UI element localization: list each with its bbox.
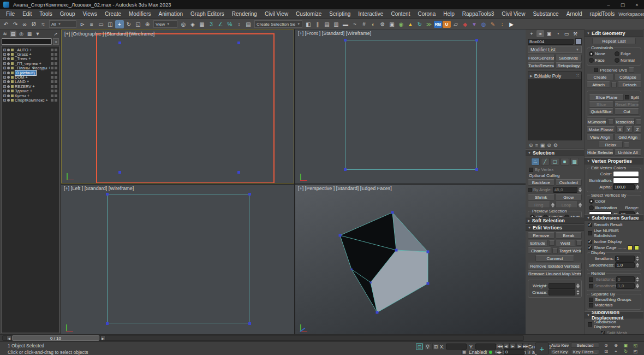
rollout-header-soft-selection[interactable]: ▶Soft Selection [526, 217, 584, 224]
sort-by-layer-icon[interactable]: ▤ [10, 31, 16, 37]
floorgenerator-button[interactable]: FloorGenerator [528, 55, 554, 61]
layer-toggle-icons[interactable] [51, 57, 57, 60]
maximize-button[interactable]: ▢ [616, 0, 630, 9]
menu-help-16[interactable]: Help [439, 11, 458, 17]
layer-row-здание[interactable]: Здание + [2, 89, 58, 93]
key-set-dropdown[interactable]: Selected [571, 342, 599, 348]
display-materials-icon[interactable]: ▦ [26, 31, 33, 37]
go-to-end-icon[interactable]: ▶▶| [523, 343, 529, 348]
by-angle-checkbox[interactable] [528, 188, 532, 192]
attach-button[interactable]: Attach [587, 81, 610, 88]
render-setup-icon[interactable]: ⚙ [378, 20, 387, 28]
layer-expand-icon[interactable] [3, 49, 6, 51]
viewport-orthographic[interactable]: [+] [Orthographic ] [Standard] [Wirefram… [61, 29, 294, 184]
menu-customize-11[interactable]: Customize [292, 11, 325, 17]
unhide-all-button[interactable]: Unhide All [615, 149, 641, 156]
progressive-display-status[interactable]: Enabled! [469, 350, 487, 355]
unlink-selection-icon[interactable]: Ø [29, 20, 38, 28]
vertex-handle[interactable] [237, 42, 240, 44]
filter-icon[interactable]: ▼ [34, 31, 41, 37]
layer-visibility-icon[interactable] [7, 49, 10, 51]
split-checkbox[interactable] [625, 95, 629, 99]
weld-button[interactable]: Weld [556, 240, 576, 246]
layer-visibility-icon[interactable] [7, 53, 10, 56]
menu-edit-1[interactable]: Edit [19, 11, 35, 17]
vertex-handle[interactable] [106, 322, 109, 325]
attach-settings-icon[interactable] [611, 82, 617, 87]
snaps-toggle-icon[interactable]: 3 [207, 20, 216, 28]
rollout-header-edit-geometry[interactable]: ▼Edit Geometry [585, 29, 643, 37]
zoom-all-icon[interactable]: ⊕ [611, 342, 621, 348]
layer-toggle-icons[interactable] [51, 67, 57, 69]
selection-filter-dropdown[interactable]: All▼ [49, 20, 76, 28]
layer-toggle-icons[interactable] [51, 94, 57, 97]
hierarchy-tab[interactable]: ▣ [545, 30, 553, 37]
constraint-edge-radio[interactable] [615, 51, 619, 56]
box-wireframe[interactable] [107, 194, 249, 323]
alpha-spinner[interactable] [636, 185, 639, 190]
alpha-field[interactable]: 100,0 [613, 184, 635, 190]
rectangular-selection-region-icon[interactable]: ▭ [97, 20, 105, 28]
reference-coordinate-dropdown[interactable]: View▼ [153, 20, 177, 28]
menu-modifiers-6[interactable]: Modifiers [125, 11, 155, 17]
reset-plane-button[interactable]: Reset Plane [615, 101, 639, 108]
object-color-swatch[interactable] [575, 38, 582, 45]
menu-rapidtools-21[interactable]: rapidTools [586, 11, 619, 17]
y-coordinate-field[interactable] [475, 344, 496, 350]
subdivision-displacement-checkbox[interactable] [588, 322, 592, 327]
quickslice-button[interactable]: QuickSlice [589, 108, 613, 115]
menu-content-14[interactable]: Content [387, 11, 414, 17]
zoom-extents-all-icon[interactable]: ◱ [631, 342, 640, 348]
undo-icon[interactable]: ↶ [2, 20, 10, 28]
toggle-ribbon-icon[interactable]: ▬ [341, 20, 350, 28]
vertex-handle[interactable] [248, 322, 251, 325]
pick-parent-icon[interactable]: ↗ [52, 31, 59, 37]
crease-field[interactable] [548, 289, 575, 295]
select-by-color-radio[interactable] [589, 199, 594, 204]
layer-expand-icon[interactable] [3, 94, 6, 97]
material-editor-icon[interactable]: ◐ [369, 20, 378, 28]
element-sub-icon[interactable]: ▩ [570, 158, 579, 165]
menu-corona-15[interactable]: Corona [414, 11, 439, 17]
cage-selected-color-swatch[interactable] [634, 245, 639, 250]
layer-expand-icon[interactable] [3, 62, 6, 65]
planar-x-button[interactable]: X [616, 126, 624, 133]
vertex-handle[interactable] [118, 171, 121, 174]
backface-button[interactable]: Backface [528, 179, 554, 186]
layer-visibility-icon[interactable] [7, 57, 10, 60]
select-and-manipulate-icon[interactable]: ◈ [188, 20, 197, 28]
spinner-snap-icon[interactable]: ↕ [235, 20, 243, 28]
layer-visibility-icon[interactable] [7, 85, 10, 88]
constraint-normal-radio[interactable] [615, 58, 619, 63]
layer-visibility-icon[interactable] [7, 90, 10, 92]
vertex-handle[interactable] [475, 168, 478, 171]
extrude-settings-icon[interactable] [549, 240, 554, 246]
key-mode-icon[interactable]: ⚷ [526, 349, 532, 354]
schematic-view-icon[interactable]: # [360, 20, 368, 28]
explorer-search-input[interactable] [2, 38, 52, 45]
smoothing-groups-checkbox[interactable] [589, 298, 593, 302]
modify-tab[interactable]: ≈ [536, 30, 544, 37]
menu-civil-view-10[interactable]: Civil View [261, 11, 292, 17]
render-iterations-field[interactable]: 0 [616, 276, 635, 282]
dots-icon[interactable]: ∶ [498, 20, 506, 28]
absolute-offset-mode-icon[interactable]: ⊞ [432, 343, 439, 350]
use-nurms-checkbox[interactable] [588, 231, 592, 235]
break-button[interactable]: Break [556, 232, 582, 239]
planar-y-button[interactable]: Y [625, 126, 633, 133]
weld-settings-icon[interactable] [576, 240, 582, 246]
align-icon[interactable]: ∥ [313, 20, 322, 28]
vertex-handle[interactable] [118, 42, 121, 44]
layer-toggle-icons[interactable] [51, 53, 57, 56]
select-and-move-icon[interactable]: + [115, 20, 124, 28]
layer-visibility-icon[interactable] [7, 80, 10, 83]
planar-z-button[interactable]: Z [634, 126, 641, 133]
select-by-illumination-radio[interactable] [589, 205, 594, 210]
show-cage-checkbox[interactable] [588, 246, 592, 250]
select-and-place-icon[interactable]: ⊕ [143, 20, 152, 28]
tessellate-settings-icon[interactable] [636, 119, 641, 125]
cursor-arrow-icon[interactable]: ▶ [507, 20, 516, 28]
constraint-none-radio[interactable] [589, 51, 594, 56]
use-pivot-point-center-icon[interactable]: ◎ [179, 20, 188, 28]
vertex-handle[interactable] [475, 39, 478, 42]
